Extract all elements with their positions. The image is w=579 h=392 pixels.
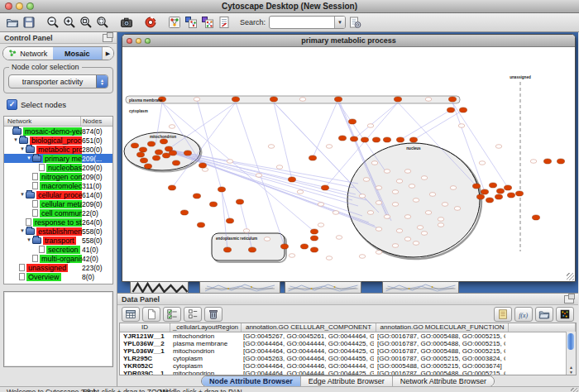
orange-node[interactable]: [223, 247, 231, 252]
zoom-fit-icon[interactable]: [78, 15, 94, 31]
edge[interactable]: [170, 150, 354, 188]
table-row[interactable]: YPL036W__2plasma membrane[GO:0044464, GO…: [120, 340, 576, 347]
orange-node[interactable]: [515, 191, 523, 196]
orange-node[interactable]: [184, 151, 191, 155]
tree-row[interactable]: unassigned223(0): [4, 263, 112, 272]
white-node[interactable]: [264, 237, 270, 241]
tree-row[interactable]: ▼establishment of lo558(0): [4, 227, 112, 236]
orange-node[interactable]: [152, 155, 160, 160]
orange-node[interactable]: [155, 150, 162, 155]
tree-row[interactable]: ▼transport558(0): [4, 236, 112, 245]
vizmapper-icon[interactable]: [216, 15, 232, 31]
attribute-table-button[interactable]: [122, 307, 140, 322]
white-node[interactable]: [376, 186, 382, 190]
orange-node[interactable]: [361, 137, 368, 142]
expand-arrow-icon[interactable]: ▼: [12, 136, 19, 145]
white-node[interactable]: [417, 226, 423, 230]
expand-arrow-icon[interactable]: ▼: [26, 236, 32, 245]
white-node[interactable]: [276, 165, 283, 170]
tab-edge-attribute-browser[interactable]: Edge Attribute Browser: [300, 376, 392, 386]
delete-attribute-button[interactable]: [204, 307, 223, 322]
orange-node[interactable]: [197, 222, 204, 227]
white-node[interactable]: [438, 223, 444, 227]
orange-node[interactable]: [232, 97, 239, 102]
white-node[interactable]: [404, 215, 411, 219]
orange-node[interactable]: [310, 229, 318, 234]
orange-node[interactable]: [226, 218, 233, 223]
white-node[interactable]: [227, 160, 233, 164]
window-resize-grip[interactable]: [567, 273, 574, 280]
white-node[interactable]: [376, 201, 382, 205]
table-column-header[interactable]: annotation.GO MOLECULAR_FUNCTION: [376, 323, 509, 332]
white-node[interactable]: [454, 207, 461, 211]
network-zoom-button[interactable]: [145, 38, 151, 44]
select-nodes-checkbox[interactable]: ✓: [7, 99, 17, 110]
tree-row[interactable]: ▼primary metabol209(...: [4, 154, 112, 163]
white-node[interactable]: [243, 229, 250, 233]
tree-row[interactable]: ▼cellular process614(0): [4, 190, 112, 199]
tree-row[interactable]: cell communicat22(0): [4, 208, 112, 218]
scrollbar-thumb[interactable]: [567, 333, 574, 350]
import-attributes-button[interactable]: [535, 307, 553, 322]
white-node[interactable]: [318, 223, 324, 227]
white-node[interactable]: [530, 160, 537, 164]
minimize-button[interactable]: [16, 2, 23, 10]
white-node[interactable]: [376, 251, 382, 255]
orange-node[interactable]: [396, 137, 404, 142]
white-node[interactable]: [392, 244, 399, 248]
white-node[interactable]: [194, 98, 200, 102]
orange-node[interactable]: [495, 194, 502, 199]
orange-node[interactable]: [172, 160, 179, 165]
white-node[interactable]: [384, 170, 390, 174]
orange-node[interactable]: [270, 97, 277, 102]
network-snapshot-icon[interactable]: [118, 15, 135, 31]
new-attribute-button[interactable]: [142, 307, 160, 322]
function-builder-button[interactable]: f(x): [514, 307, 533, 322]
tree-row[interactable]: ▼metabolic process280(0): [4, 145, 112, 154]
orange-node[interactable]: [309, 155, 316, 160]
orange-node[interactable]: [459, 108, 467, 112]
tab-mosaic[interactable]: Mosaic: [53, 47, 103, 60]
orange-node[interactable]: [486, 198, 493, 203]
expand-arrow-icon[interactable]: ▼: [19, 190, 26, 199]
orange-node[interactable]: [383, 137, 390, 142]
search-input[interactable]: [270, 17, 334, 27]
white-node[interactable]: [336, 236, 342, 240]
orange-node[interactable]: [147, 141, 155, 146]
orange-node[interactable]: [162, 153, 170, 158]
white-node[interactable]: [371, 161, 378, 165]
white-node[interactable]: [404, 237, 411, 241]
orange-node[interactable]: [160, 139, 167, 144]
white-node[interactable]: [333, 211, 339, 215]
white-node[interactable]: [425, 98, 432, 102]
edge[interactable]: [414, 110, 463, 140]
white-node[interactable]: [396, 179, 403, 184]
white-node[interactable]: [450, 186, 457, 190]
white-node[interactable]: [458, 124, 465, 128]
orange-node[interactable]: [348, 119, 356, 124]
float-panel-icon[interactable]: [103, 34, 112, 42]
tree-row[interactable]: nitrogen compo209(0): [4, 172, 112, 181]
white-node[interactable]: [479, 161, 486, 165]
tab-network[interactable]: Network: [3, 47, 53, 60]
orange-node[interactable]: [131, 143, 138, 148]
white-node[interactable]: [413, 198, 419, 203]
tab-network-attribute-browser[interactable]: Network Attribute Browser: [392, 376, 494, 386]
orange-node[interactable]: [447, 108, 454, 112]
expand-arrow-icon[interactable]: ▼: [19, 227, 26, 236]
white-node[interactable]: [413, 241, 419, 246]
tree-row[interactable]: response to stimulu264(0): [4, 218, 112, 227]
white-node[interactable]: [359, 194, 366, 198]
orange-node[interactable]: [394, 97, 401, 102]
search-dropdown-arrow-icon[interactable]: ▼: [334, 17, 345, 28]
table-row[interactable]: YJR121W__1mitochondrion[GO:0045267, GO:0…: [120, 332, 576, 340]
white-node[interactable]: [363, 178, 370, 182]
tree-row[interactable]: Overview8(0): [4, 272, 112, 281]
tab-node-attribute-browser[interactable]: Node Attribute Browser: [202, 376, 300, 386]
minimized-window-thumbnail[interactable]: [199, 281, 280, 293]
orange-node[interactable]: [507, 193, 514, 198]
save-session-icon[interactable]: [21, 15, 37, 31]
white-node[interactable]: [299, 98, 306, 102]
white-node[interactable]: [421, 176, 428, 180]
white-node[interactable]: [318, 203, 324, 207]
